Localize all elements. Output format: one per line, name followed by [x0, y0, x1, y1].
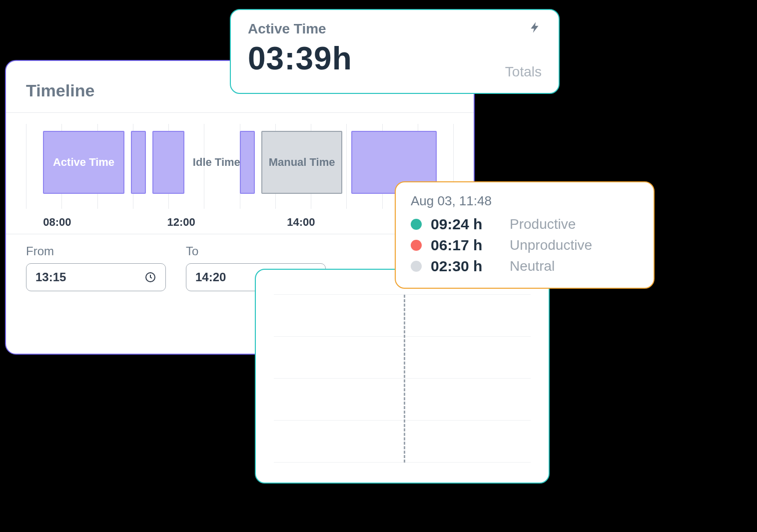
- to-value: 14:20: [195, 270, 226, 284]
- timeline-x-axis: 08:00 12:00 14:00: [26, 216, 454, 231]
- tooltip-row-neutral: 02:30 h Neutral: [411, 256, 639, 277]
- tooltip-label: Unproductive: [510, 237, 592, 253]
- from-value: 13:15: [35, 270, 66, 284]
- clock-icon: [144, 271, 156, 283]
- from-field: From 13:15: [26, 244, 166, 291]
- tooltip-date: Aug 03, 11:48: [411, 193, 639, 209]
- chart-tooltip-card: Aug 03, 11:48 09:24 h Productive 06:17 h…: [395, 181, 655, 289]
- timeline-block[interactable]: [152, 131, 184, 194]
- active-time-label: Active Time: [248, 21, 352, 37]
- idle-time-label: Idle Time: [193, 156, 240, 169]
- time-tick: 08:00: [43, 216, 71, 229]
- time-tick: 14:00: [287, 216, 315, 229]
- productivity-chart-card: [255, 269, 550, 484]
- from-input[interactable]: 13:15: [26, 263, 166, 291]
- timeline-track[interactable]: Active Time Idle Time Manual Time 08:00 …: [26, 119, 454, 234]
- tooltip-row-productive: 09:24 h Productive: [411, 214, 639, 235]
- active-time-value: 03:39h: [248, 40, 352, 77]
- time-tick: 12:00: [167, 216, 195, 229]
- chart-area[interactable]: [274, 295, 531, 463]
- block-label: Active Time: [53, 156, 114, 169]
- tooltip-hours: 09:24 h: [431, 216, 501, 233]
- tooltip-label: Productive: [510, 216, 576, 232]
- block-label: Manual Time: [269, 156, 335, 169]
- timeline-blocks: Active Time Idle Time Manual Time: [26, 131, 454, 194]
- dot-icon: [411, 261, 422, 272]
- timeline-block[interactable]: [131, 131, 146, 194]
- bolt-icon: [529, 21, 542, 34]
- timeline-block[interactable]: [240, 131, 255, 194]
- active-time-card: Active Time 03:39h Totals: [230, 9, 560, 94]
- dot-icon: [411, 240, 422, 251]
- tooltip-label: Neutral: [510, 258, 555, 274]
- to-label: To: [186, 244, 326, 258]
- divider: [6, 112, 474, 113]
- tooltip-hours: 06:17 h: [431, 237, 501, 254]
- timeline-block-manual[interactable]: Manual Time: [261, 131, 343, 194]
- dot-icon: [411, 219, 422, 230]
- tooltip-hours: 02:30 h: [431, 258, 501, 275]
- tooltip-row-unproductive: 06:17 h Unproductive: [411, 235, 639, 256]
- totals-label[interactable]: Totals: [505, 64, 542, 80]
- from-label: From: [26, 244, 166, 258]
- chart-bars: [274, 295, 531, 463]
- timeline-block-active[interactable]: Active Time: [43, 131, 124, 194]
